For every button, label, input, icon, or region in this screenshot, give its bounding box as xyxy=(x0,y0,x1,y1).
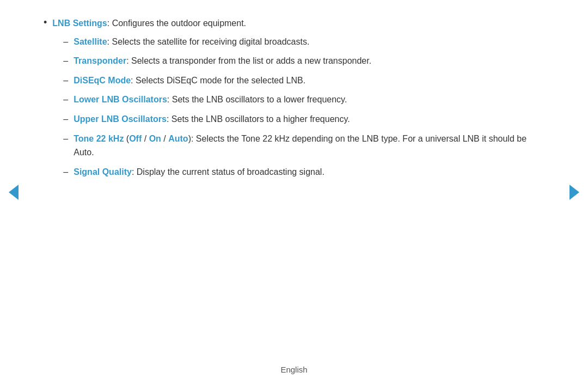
main-list-item: • LNB Settings: Configures the outdoor e… xyxy=(44,16,544,184)
tone22-on: On xyxy=(149,134,161,143)
sub-list-item-signal-quality: – Signal Quality: Display the current st… xyxy=(63,165,544,179)
diseqc-desc: : Selects DiSEqC mode for the selected L… xyxy=(131,76,305,85)
footer-language: English xyxy=(280,365,307,374)
tone22-slash1: / xyxy=(142,134,149,143)
footer: English xyxy=(0,358,588,384)
dash-icon: – xyxy=(63,35,68,49)
nav-arrow-left[interactable] xyxy=(5,184,22,200)
sub-list-item-satellite: – Satellite: Selects the satellite for r… xyxy=(63,35,544,49)
dash-icon: – xyxy=(63,54,68,68)
diseqc-term: DiSEqC Mode xyxy=(74,76,131,85)
upper-lnb-text: Upper LNB Oscillators: Sets the LNB osci… xyxy=(74,112,350,126)
transponder-text: Transponder: Selects a transponder from … xyxy=(74,54,371,68)
transponder-desc: : Selects a transponder from the list or… xyxy=(126,56,371,65)
tone22-slash2: / xyxy=(161,134,168,143)
lower-lnb-term: Lower LNB Oscillators xyxy=(74,95,167,104)
sub-list: – Satellite: Selects the satellite for r… xyxy=(63,35,544,179)
left-arrow-icon xyxy=(9,185,19,200)
sub-list-item-tone22: – Tone 22 kHz (Off / On / Auto): Selects… xyxy=(63,132,544,160)
signal-quality-term: Signal Quality xyxy=(74,167,132,176)
lower-lnb-desc: : Sets the LNB oscillators to a lower fr… xyxy=(167,95,347,104)
lnb-settings-term: LNB Settings xyxy=(52,19,107,28)
lnb-settings-desc: : Configures the outdoor equipment. xyxy=(107,19,246,28)
sub-list-item-upper-lnb: – Upper LNB Oscillators: Sets the LNB os… xyxy=(63,112,544,126)
dash-icon: – xyxy=(63,132,68,146)
dash-icon: – xyxy=(63,74,68,88)
satellite-desc: : Selects the satellite for receiving di… xyxy=(107,37,310,46)
bullet-icon: • xyxy=(44,17,47,28)
main-item-text: LNB Settings: Configures the outdoor equ… xyxy=(52,16,544,184)
signal-quality-desc: : Display the current status of broadcas… xyxy=(132,167,324,176)
right-arrow-icon xyxy=(569,185,579,200)
signal-quality-text: Signal Quality: Display the current stat… xyxy=(74,165,324,179)
sub-list-item-diseqc: – DiSEqC Mode: Selects DiSEqC mode for t… xyxy=(63,74,544,88)
sub-list-item-transponder: – Transponder: Selects a transponder fro… xyxy=(63,54,544,68)
tone22-paren-open: ( xyxy=(124,134,129,143)
main-list: • LNB Settings: Configures the outdoor e… xyxy=(44,16,544,184)
satellite-term: Satellite xyxy=(74,37,107,46)
upper-lnb-desc: : Sets the LNB oscillators to a higher f… xyxy=(167,114,350,124)
tone22-text: Tone 22 kHz (Off / On / Auto): Selects t… xyxy=(74,132,544,160)
transponder-term: Transponder xyxy=(74,56,126,65)
dash-icon: – xyxy=(63,112,68,126)
page-container: • LNB Settings: Configures the outdoor e… xyxy=(0,0,588,384)
tone22-auto: Auto xyxy=(168,134,188,143)
nav-arrow-right[interactable] xyxy=(566,184,583,200)
upper-lnb-term: Upper LNB Oscillators xyxy=(74,114,167,124)
tone22-off: Off xyxy=(129,134,142,143)
diseqc-text: DiSEqC Mode: Selects DiSEqC mode for the… xyxy=(74,74,305,88)
lower-lnb-text: Lower LNB Oscillators: Sets the LNB osci… xyxy=(74,93,347,107)
dash-icon: – xyxy=(63,165,68,179)
content-area: • LNB Settings: Configures the outdoor e… xyxy=(0,0,588,358)
tone22-term: Tone 22 kHz xyxy=(74,134,124,143)
sub-list-item-lower-lnb: – Lower LNB Oscillators: Sets the LNB os… xyxy=(63,93,544,107)
dash-icon: – xyxy=(63,93,68,107)
satellite-text: Satellite: Selects the satellite for rec… xyxy=(74,35,309,49)
